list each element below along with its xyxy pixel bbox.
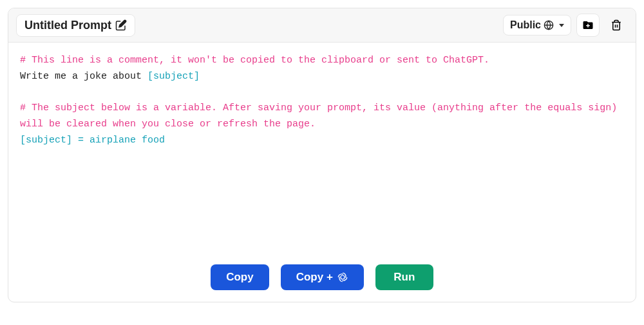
visibility-label: Public — [510, 19, 541, 31]
footer-actions: Copy Copy + Run — [8, 255, 636, 302]
svg-point-4 — [341, 275, 345, 279]
run-button[interactable]: Run — [375, 264, 433, 290]
title-edit-button[interactable]: Untitled Prompt — [16, 14, 135, 37]
globe-icon — [544, 20, 554, 30]
editor-value: airplane food — [90, 135, 165, 146]
prompt-title: Untitled Prompt — [24, 19, 111, 32]
chevron-down-icon — [559, 24, 564, 27]
run-label: Run — [393, 271, 415, 284]
editor-comment: # This line is a comment, it won't be co… — [20, 55, 489, 66]
copy-label: Copy — [226, 271, 254, 284]
editor-comment: # The subject below is a variable. After… — [20, 103, 623, 130]
copy-plus-button[interactable]: Copy + — [281, 264, 364, 290]
trash-icon — [611, 19, 622, 31]
folder-plus-icon — [582, 19, 594, 31]
header-bar: Untitled Prompt Public — [8, 8, 636, 43]
visibility-dropdown[interactable]: Public — [503, 15, 571, 35]
editor-text: Write me a joke about — [20, 71, 147, 82]
add-to-folder-button[interactable] — [576, 14, 600, 37]
copy-plus-label: Copy + — [296, 271, 333, 284]
header-actions: Public — [503, 14, 628, 37]
edit-icon — [115, 19, 127, 31]
editor-variable: [subject] — [147, 71, 200, 82]
editor-equals: = — [72, 135, 90, 146]
editor-variable: [subject] — [20, 135, 72, 146]
prompt-editor[interactable]: # This line is a comment, it won't be co… — [8, 43, 636, 255]
prompt-card: Untitled Prompt Public — [8, 8, 636, 302]
delete-button[interactable] — [605, 14, 628, 37]
copy-button[interactable]: Copy — [211, 264, 269, 290]
openai-icon — [337, 271, 348, 283]
